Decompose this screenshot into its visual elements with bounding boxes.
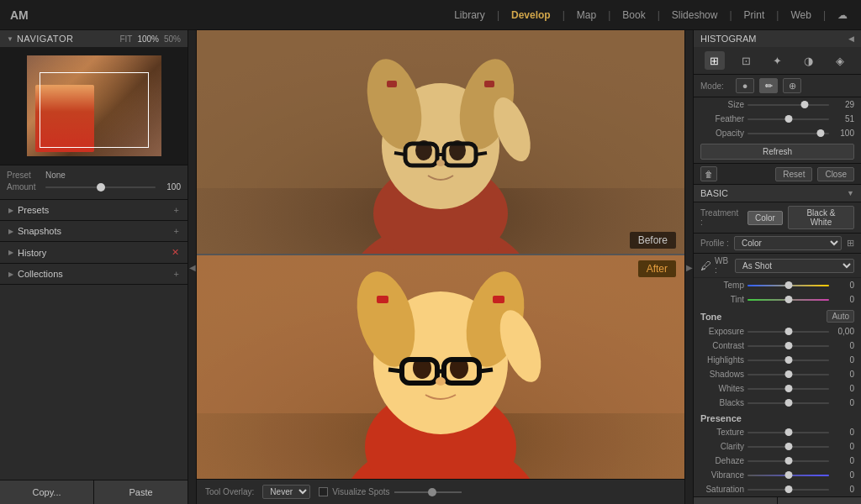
cloud-icon[interactable]: ☁	[834, 8, 851, 23]
after-photo	[197, 255, 684, 479]
amount-slider[interactable]	[45, 186, 156, 188]
reset-all-button[interactable]: Reset	[778, 497, 861, 504]
nav-print[interactable]: Print	[741, 8, 769, 23]
texture-thumb	[784, 428, 792, 436]
nav-50[interactable]: 50%	[164, 34, 181, 44]
snapshots-accordion: ▶ Snapshots +	[0, 221, 188, 242]
basic-header[interactable]: Basic ▼	[694, 185, 861, 202]
treatment-bw-btn[interactable]: Black & White	[788, 206, 854, 229]
nav-web[interactable]: Web	[787, 8, 814, 23]
mask-toolbar: 🗑 Reset Close	[694, 164, 861, 185]
collections-header[interactable]: ▶ Collections +	[0, 264, 188, 284]
images-container: Before	[197, 30, 684, 479]
mode-dot-btn[interactable]: ●	[736, 78, 754, 93]
highlights-value: 0	[832, 355, 854, 365]
opacity-value: 100	[832, 129, 854, 138]
collapse-left-icon: ◀	[189, 263, 196, 272]
preset-label: Preset	[7, 171, 40, 180]
collections-add-icon[interactable]: +	[174, 269, 179, 279]
wb-select[interactable]: As Shot	[735, 259, 854, 273]
dehaze-slider[interactable]	[747, 460, 829, 462]
shadows-slider[interactable]	[747, 374, 829, 375]
feather-value: 51	[832, 114, 854, 123]
basic-title: Basic	[700, 188, 728, 198]
reset-close-row: Reset Close	[775, 167, 854, 181]
presets-header[interactable]: ▶ Presets +	[0, 200, 188, 220]
auto-tone-button[interactable]: Auto	[827, 310, 854, 323]
before-svg	[197, 30, 684, 254]
tint-slider[interactable]	[747, 299, 829, 301]
mask-delete-icon[interactable]: 🗑	[700, 166, 717, 181]
heal-tool-icon[interactable]: ✦	[767, 51, 787, 70]
size-label: Size	[700, 100, 744, 109]
presets-add-icon[interactable]: +	[174, 205, 179, 215]
tool-overlay-select[interactable]: Never	[262, 485, 310, 499]
nav-library[interactable]: Library	[451, 8, 489, 23]
collapse-right-icon: ▶	[686, 263, 693, 272]
collapse-left-panel[interactable]: ◀	[188, 30, 197, 504]
highlights-slider[interactable]	[747, 360, 829, 361]
collapse-right-panel[interactable]: ▶	[684, 30, 693, 504]
after-svg	[197, 255, 684, 479]
mode-pen-btn[interactable]: ✏	[759, 78, 778, 93]
eye-tool-icon[interactable]: ◈	[830, 51, 850, 70]
visualize-spots-checkbox[interactable]	[319, 487, 328, 496]
nav-develop[interactable]: Develop	[508, 8, 554, 23]
nav-book[interactable]: Book	[619, 8, 648, 23]
nav-map[interactable]: Map	[573, 8, 600, 23]
saturation-row: Saturation 0	[694, 483, 861, 496]
nav-focus-box	[40, 72, 149, 148]
refresh-button[interactable]: Refresh	[700, 144, 854, 160]
wb-label: WB :	[715, 256, 732, 275]
paste-button[interactable]: Paste	[94, 480, 188, 504]
blacks-slider[interactable]	[747, 402, 829, 404]
svg-line-35	[479, 370, 493, 371]
tool-icons-row: ⊞ ⊡ ✦ ◑ ◈	[694, 47, 861, 75]
mode-plus-btn[interactable]: ⊕	[783, 78, 801, 93]
copy-button[interactable]: Copy...	[0, 480, 94, 504]
crop-icon[interactable]: ⊡	[736, 51, 756, 70]
snapshots-header[interactable]: ▶ Snapshots +	[0, 221, 188, 241]
texture-slider[interactable]	[747, 432, 829, 433]
exposure-slider[interactable]	[747, 331, 829, 333]
contrast-slider[interactable]	[747, 345, 829, 347]
dehaze-label: Dehaze	[700, 456, 744, 465]
mode-label: Mode:	[700, 81, 731, 91]
wb-eyedropper-icon[interactable]: 🖊	[700, 260, 711, 272]
size-slider[interactable]	[747, 104, 829, 106]
visualize-spots-slider[interactable]	[394, 491, 462, 493]
history-accordion: ▶ History ✕	[0, 242, 188, 264]
nav-fit[interactable]: FIT	[119, 34, 132, 44]
exposure-value: 0,00	[832, 327, 854, 336]
history-close-icon[interactable]: ✕	[172, 247, 179, 258]
clarity-slider[interactable]	[747, 446, 829, 448]
svg-rect-9	[484, 81, 494, 87]
vibrance-row: Vibrance 0	[694, 469, 861, 481]
opacity-label: Opacity	[700, 129, 744, 138]
visualize-spots-row: Visualize Spots	[319, 487, 461, 496]
opacity-thumb	[817, 129, 825, 137]
snapshots-add-icon[interactable]: +	[174, 226, 179, 236]
develop-settings-icon[interactable]: ⊞	[705, 51, 725, 70]
saturation-value: 0	[832, 485, 854, 494]
gradient-tool-icon[interactable]: ◑	[799, 51, 819, 70]
treatment-color-btn[interactable]: Color	[747, 211, 783, 225]
opacity-slider[interactable]	[747, 133, 829, 134]
profile-grid-icon[interactable]: ⊞	[847, 238, 854, 249]
saturation-slider[interactable]	[747, 489, 829, 491]
history-header[interactable]: ▶ History ✕	[0, 242, 188, 263]
nav-slideshow[interactable]: Slideshow	[668, 8, 721, 23]
whites-thumb	[784, 385, 792, 392]
histogram-collapse-icon[interactable]: ◀	[848, 34, 854, 43]
nav-100[interactable]: 100%	[137, 34, 159, 44]
whites-slider[interactable]	[747, 388, 829, 390]
reset-button[interactable]: Reset	[775, 167, 812, 181]
previous-button[interactable]: Previous	[694, 497, 778, 504]
navigator-header[interactable]: ▼ Navigator FIT 100% 50%	[0, 30, 188, 47]
close-button[interactable]: Close	[817, 167, 854, 181]
temp-slider[interactable]	[747, 285, 829, 286]
feather-slider[interactable]	[747, 118, 829, 120]
left-panel: ▼ Navigator FIT 100% 50% Prese	[0, 30, 188, 504]
vibrance-slider[interactable]	[747, 475, 829, 476]
profile-select[interactable]: Color	[734, 236, 842, 250]
